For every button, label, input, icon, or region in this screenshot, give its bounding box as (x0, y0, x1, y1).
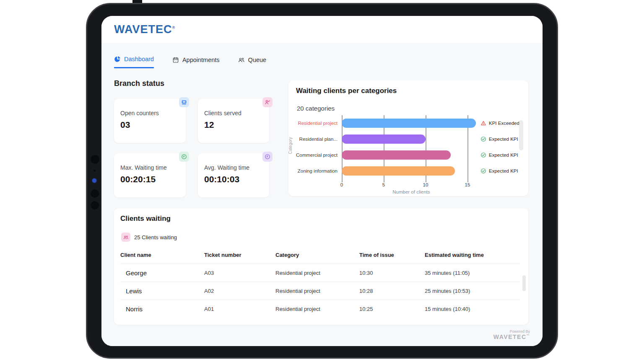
waiting-clients-chart-card: Waiting clients per categories 20 catego… (288, 80, 528, 196)
category-label: Commercial project (296, 153, 338, 158)
chart-scrollbar-thumb[interactable] (519, 120, 523, 150)
pie-chart-icon (114, 56, 121, 62)
time-cell: 10:30 (359, 264, 425, 282)
avg-waiting-time-card: Avg. Waiting time 00:10:03 (198, 153, 269, 197)
estimated-cell: 35 minutes (11:05) (425, 264, 520, 282)
powered-by-footer: Powered By WAVETEC™ (493, 329, 530, 340)
kpi-status-label: Expected KPI (489, 137, 518, 142)
client-name-cell: Norris (120, 300, 204, 318)
bar-zoning-information (342, 166, 455, 176)
counter-icon (179, 97, 189, 107)
kpi-status-label: Expected KPI (489, 153, 518, 158)
chart-title: Waiting clients per categories (296, 87, 397, 95)
bar-commercial-project (342, 150, 451, 160)
trademark: ™ (527, 334, 530, 337)
person-check-icon (262, 97, 273, 107)
branch-status-title: Branch status (114, 79, 164, 88)
category-label: Zoning information (298, 168, 338, 173)
category-cell: Residential project (275, 300, 359, 318)
kpi-status-row: Expected KPI (480, 163, 519, 179)
bar-residential-project (342, 119, 476, 128)
category-cell: Residential project (275, 282, 359, 300)
camera-lens (91, 201, 99, 209)
clients-served-card: Clients served 12 (198, 99, 269, 143)
column-header: Client name (120, 252, 204, 264)
clients-waiting-title: Clients waiting (120, 215, 171, 223)
tablet-screen: WAVETEC® Dashboard Appointments (101, 16, 543, 346)
tab-appointments[interactable]: Appointments (172, 56, 220, 68)
bar-chart-plot: Residential project Residential plan... … (342, 115, 481, 179)
stat-value: 00:20:15 (120, 174, 156, 184)
stat-label: Avg. Waiting time (204, 164, 249, 171)
ticket-cell: A03 (204, 264, 275, 282)
column-header: Estimated waiting time (425, 252, 520, 264)
time-cell: 10:25 (359, 300, 425, 318)
table-scrollbar-thumb[interactable] (522, 275, 526, 291)
kpi-status-label: Expected KPI (489, 168, 518, 173)
main-nav: Dashboard Appointments Queue (114, 56, 266, 68)
camera-dot (93, 170, 96, 172)
clock-icon (262, 152, 273, 162)
clients-waiting-card: Clients waiting 25 Clients waiting Clien… (114, 208, 528, 325)
check-circle-icon (480, 152, 486, 158)
branch-status-cards: Open counters 03 Clients served 12 Max. … (114, 99, 269, 197)
kpi-status-row: Expected KPI (480, 131, 519, 147)
bar-row: Commercial project (342, 147, 481, 163)
kpi-status-label: KPI Exceeded (489, 121, 519, 126)
ticket-cell: A02 (204, 282, 275, 300)
stat-label: Clients served (204, 110, 242, 116)
tab-label: Queue (248, 57, 267, 63)
bar-row: Zoning information (342, 163, 481, 179)
people-icon (121, 233, 130, 242)
tab-queue[interactable]: Queue (238, 56, 267, 68)
camera-lens (91, 189, 99, 198)
column-header: Category (275, 252, 359, 264)
x-axis-label: Number of clients (342, 189, 481, 194)
check-circle-icon (480, 136, 486, 142)
dashboard-page: Dashboard Appointments Queue Branch stat… (101, 43, 543, 346)
calendar-icon (172, 57, 179, 63)
tab-dashboard[interactable]: Dashboard (114, 56, 154, 68)
app-header: WAVETEC® (101, 16, 543, 43)
stat-value: 00:10:03 (204, 174, 239, 184)
check-circle-icon (480, 168, 486, 174)
max-waiting-time-card: Max. Waiting time 00:20:15 (114, 153, 186, 197)
camera-sensor-blue (92, 178, 96, 183)
tablet-frame: WAVETEC® Dashboard Appointments (86, 3, 558, 359)
client-name-cell: Lewis (120, 282, 204, 300)
powered-by-text: Powered By (493, 329, 530, 334)
clients-waiting-count: 25 Clients waiting (134, 234, 177, 240)
camera-lens (91, 155, 99, 164)
tab-label: Appointments (182, 57, 220, 63)
kpi-status-row: KPI Exceeded (480, 115, 519, 131)
clock-icon (179, 152, 189, 162)
stat-value: 03 (120, 120, 130, 130)
x-axis-ticks: 051015 (342, 182, 481, 188)
category-label: Residential project (298, 121, 338, 126)
bar-residential-plan (342, 134, 426, 144)
bar-row: Residential plan... (342, 131, 481, 147)
ticket-cell: A01 (204, 300, 275, 318)
bar-row: Residential project (342, 115, 481, 131)
open-counters-card: Open counters 03 (114, 99, 186, 143)
estimated-cell: 25 minutes (10:53) (425, 282, 520, 300)
clients-waiting-table: Client name Ticket number Category Time … (120, 252, 520, 318)
column-header: Time of issue (359, 252, 425, 264)
time-cell: 10:28 (359, 282, 425, 300)
chart-subtitle: 20 categories (297, 105, 335, 112)
wavetec-logo: WAVETEC® (114, 23, 175, 36)
warning-icon (480, 120, 486, 126)
stat-label: Max. Waiting time (120, 164, 167, 171)
column-header: Ticket number (204, 252, 275, 264)
stat-value: 12 (204, 120, 214, 130)
category-cell: Residential project (275, 264, 359, 282)
stat-label: Open counters (120, 110, 159, 116)
kpi-status-row: Expected KPI (480, 147, 519, 163)
registered-mark: ® (172, 26, 176, 30)
kpi-legend: KPI Exceeded Expected KPI Expected KPI (480, 115, 519, 179)
estimated-cell: 15 minutes (10:40) (425, 300, 520, 318)
client-name-cell: George (120, 264, 204, 282)
category-label: Residential plan... (299, 137, 338, 142)
tab-label: Dashboard (124, 56, 154, 62)
wavetec-footer-logo: WAVETEC™ (493, 334, 530, 340)
